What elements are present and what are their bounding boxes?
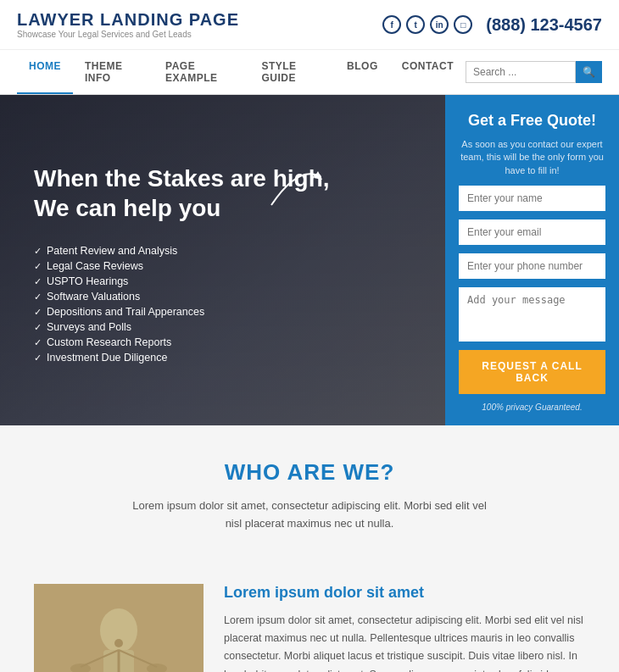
list-item: Custom Research Reports bbox=[34, 335, 339, 350]
header-right: f t in □ (888) 123-4567 bbox=[382, 15, 602, 35]
search-input[interactable] bbox=[466, 61, 576, 83]
request-callback-button[interactable]: REQUEST A CALL BACK bbox=[459, 350, 605, 394]
logo: LAWYER LANDING PAGE Showcase Your Legal … bbox=[17, 10, 239, 39]
hero-section: When the Stakes are high,We can help you… bbox=[0, 95, 619, 425]
hero-content: When the Stakes are high,We can help you… bbox=[0, 95, 356, 425]
logo-title: LAWYER LANDING PAGE bbox=[17, 10, 239, 30]
hero-arrow bbox=[263, 163, 331, 216]
nav-contact[interactable]: CONTACT bbox=[390, 50, 466, 94]
content-text: Lorem ipsum dolor sit amet Lorem ipsum d… bbox=[224, 584, 585, 672]
navigation: HOME THEME INFO PAGE EXAMPLE STYLE GUIDE… bbox=[0, 50, 619, 95]
nav-theme-info[interactable]: THEME INFO bbox=[73, 50, 153, 94]
svg-point-11 bbox=[114, 639, 123, 647]
content-body: Lorem ipsum dolor sit amet, consectetur … bbox=[224, 612, 585, 672]
twitter-icon[interactable]: t bbox=[406, 15, 425, 34]
content-heading: Lorem ipsum dolor sit amet bbox=[224, 584, 585, 602]
quote-message-input[interactable] bbox=[459, 287, 605, 342]
quote-form-panel: Get a Free Quote! As soon as you contact… bbox=[445, 95, 619, 425]
list-item: Investment Due Diligence bbox=[34, 350, 339, 365]
instagram-icon[interactable]: □ bbox=[454, 15, 472, 34]
statue-image bbox=[34, 584, 204, 672]
nav-style-guide[interactable]: STYLE GUIDE bbox=[249, 50, 335, 94]
list-item: Surveys and Polls bbox=[34, 319, 339, 335]
list-item: Depositions and Trail Apperances bbox=[34, 304, 339, 319]
who-section: WHO ARE WE? Lorem ipsum dolor sit amet, … bbox=[0, 425, 619, 575]
logo-subtitle: Showcase Your Legal Services and Get Lea… bbox=[17, 30, 239, 39]
quote-phone-input[interactable] bbox=[459, 253, 605, 279]
hero-checklist: Patent Review and Analysis Legal Case Re… bbox=[34, 243, 339, 365]
nav-page-example[interactable]: PAGE EXAMPLE bbox=[153, 50, 249, 94]
header: LAWYER LANDING PAGE Showcase Your Legal … bbox=[0, 0, 619, 50]
nav-home[interactable]: HOME bbox=[17, 50, 73, 94]
who-title: WHO ARE WE? bbox=[17, 459, 602, 486]
nav-links: HOME THEME INFO PAGE EXAMPLE STYLE GUIDE… bbox=[17, 50, 466, 94]
facebook-icon[interactable]: f bbox=[382, 15, 401, 34]
svg-marker-0 bbox=[314, 171, 322, 180]
who-description: Lorem ipsum dolor sit amet, consectetur … bbox=[131, 497, 488, 533]
list-item: Software Valuations bbox=[34, 289, 339, 304]
search-button[interactable]: 🔍 bbox=[576, 61, 602, 83]
phone-number: (888) 123-4567 bbox=[486, 15, 602, 35]
content-section: Lorem ipsum dolor sit amet Lorem ipsum d… bbox=[0, 575, 619, 672]
nav-blog[interactable]: BLOG bbox=[335, 50, 390, 94]
quote-form-subtitle: As soon as you contact our expert team, … bbox=[459, 138, 605, 177]
quote-email-input[interactable] bbox=[459, 219, 605, 245]
search-bar: 🔍 bbox=[466, 61, 602, 83]
list-item: USPTO Hearings bbox=[34, 274, 339, 289]
social-icons: f t in □ bbox=[382, 15, 472, 34]
quote-form-title: Get a Free Quote! bbox=[459, 112, 605, 130]
list-item: Patent Review and Analysis bbox=[34, 243, 339, 258]
list-item: Legal Case Reviews bbox=[34, 258, 339, 274]
linkedin-icon[interactable]: in bbox=[430, 15, 449, 34]
quote-name-input[interactable] bbox=[459, 186, 605, 211]
privacy-text: 100% privacy Guaranteed. bbox=[459, 403, 605, 412]
